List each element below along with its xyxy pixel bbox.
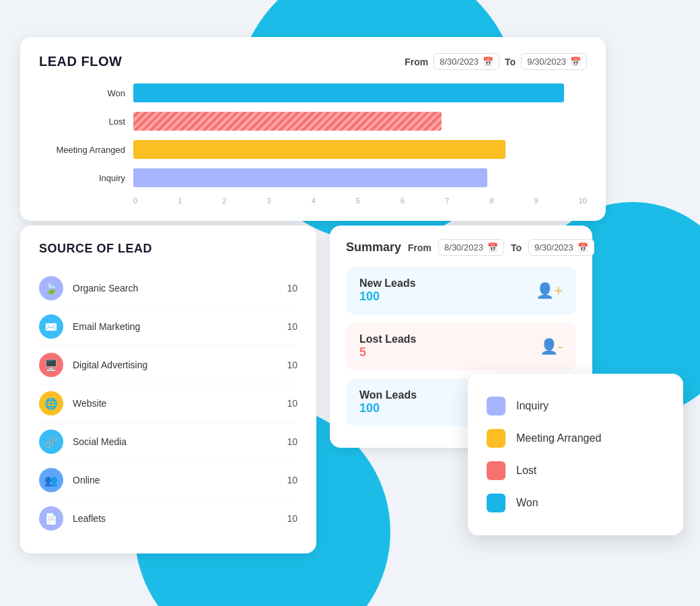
- bar-row-meeting: Meeting Arranged: [39, 140, 587, 159]
- lead-flow-date-range: From 8/30/2023 📅 To 9/30/2023 📅: [405, 53, 587, 70]
- summary-from-date[interactable]: 8/30/2023 📅: [438, 239, 504, 256]
- legend-card: Inquiry Meeting Arranged Lost Won: [468, 374, 683, 535]
- to-date-input[interactable]: 9/30/2023 📅: [521, 53, 587, 70]
- bar-chart: Won Lost Meeting Arranged Inquiry 0 1: [39, 83, 587, 205]
- bar-lost: [133, 112, 442, 131]
- list-item: ✉️ Email Marketing 10: [39, 308, 298, 346]
- digital-advertising-count: 10: [287, 360, 298, 370]
- list-item: 🖥️ Digital Advertising 10: [39, 346, 298, 384]
- axis-tick-8: 8: [489, 197, 493, 205]
- digital-advertising-label: Digital Advertising: [73, 360, 287, 370]
- website-label: Website: [73, 398, 287, 409]
- lost-legend-label: Lost: [516, 465, 536, 477]
- won-color-swatch: [487, 494, 505, 512]
- won-leads-label: Won Leads: [359, 389, 417, 401]
- axis-tick-10: 10: [579, 197, 587, 205]
- lost-leads-metric: Lost Leads 5 👤-: [346, 323, 576, 370]
- bar-inquiry: [133, 168, 487, 187]
- from-label: From: [405, 57, 428, 67]
- bar-row-lost: Lost: [39, 112, 587, 131]
- bar-container-inquiry: [133, 168, 587, 187]
- lost-leads-value: 5: [359, 345, 416, 360]
- list-item: 🌐 Website 10: [39, 384, 298, 423]
- list-item: 🔗 Social Media 10: [39, 423, 298, 461]
- to-date-value: 9/30/2023: [527, 57, 566, 67]
- digital-advertising-icon: 🖥️: [39, 353, 63, 377]
- social-media-count: 10: [287, 436, 298, 447]
- axis-tick-6: 6: [400, 197, 405, 205]
- axis-tick-7: 7: [445, 197, 449, 205]
- summary-title: Summary: [346, 240, 401, 255]
- axis-tick-3: 3: [267, 197, 271, 205]
- calendar-icon-from: 📅: [483, 57, 493, 67]
- chart-axis: 0 1 2 3 4 5 6 7 8 9 10: [39, 197, 587, 205]
- summary-from-label: From: [408, 242, 431, 253]
- online-label: Online: [73, 475, 287, 485]
- bar-label-lost: Lost: [39, 116, 133, 127]
- website-count: 10: [287, 398, 298, 409]
- summary-to-date-value: 9/30/2023: [534, 242, 573, 252]
- to-label: To: [505, 57, 516, 67]
- lead-flow-header: LEAD FLOW From 8/30/2023 📅 To 9/30/2023 …: [39, 53, 587, 70]
- online-icon: 👥: [39, 468, 63, 492]
- legend-inquiry: Inquiry: [487, 390, 664, 422]
- summary-calendar-to: 📅: [578, 242, 588, 252]
- summary-to-date[interactable]: 9/30/2023 📅: [528, 239, 594, 256]
- bar-container-won: [133, 83, 587, 102]
- won-leads-value: 100: [359, 401, 417, 415]
- source-of-lead-card: SOURCE OF LEAD 🍃 Organic Search 10 ✉️ Em…: [20, 226, 316, 553]
- leaflets-count: 10: [287, 513, 298, 524]
- bar-row-inquiry: Inquiry: [39, 168, 587, 187]
- social-media-label: Social Media: [73, 436, 287, 447]
- inquiry-color-swatch: [487, 397, 505, 415]
- axis-tick-4: 4: [312, 197, 316, 205]
- bar-container-meeting: [133, 140, 587, 159]
- bar-label-meeting: Meeting Arranged: [39, 145, 133, 155]
- summary-header: Summary From 8/30/2023 📅 To 9/30/2023 📅: [346, 239, 576, 256]
- list-item: 🍃 Organic Search 10: [39, 269, 298, 308]
- won-legend-label: Won: [516, 497, 538, 509]
- lost-leads-icon: 👤-: [540, 338, 563, 356]
- bar-label-inquiry: Inquiry: [39, 173, 133, 183]
- summary-calendar-from: 📅: [487, 242, 498, 252]
- lost-leads-label: Lost Leads: [359, 333, 416, 345]
- axis-tick-2: 2: [222, 197, 226, 205]
- list-item: 📄 Leaflets 10: [39, 500, 298, 537]
- lead-flow-title: LEAD FLOW: [39, 54, 122, 69]
- social-media-icon: 🔗: [39, 430, 63, 454]
- axis-tick-1: 1: [178, 197, 182, 205]
- legend-meeting: Meeting Arranged: [487, 422, 664, 454]
- website-icon: 🌐: [39, 391, 63, 415]
- email-marketing-count: 10: [287, 321, 298, 332]
- bar-row-won: Won: [39, 83, 587, 102]
- won-leads-info: Won Leads 100: [359, 389, 417, 415]
- email-marketing-label: Email Marketing: [73, 321, 287, 332]
- new-leads-info: New Leads 100: [359, 277, 416, 304]
- bar-label-won: Won: [39, 88, 133, 98]
- bar-meeting: [133, 140, 505, 159]
- legend-won: Won: [487, 487, 664, 519]
- bar-won: [133, 83, 564, 102]
- leaflets-icon: 📄: [39, 506, 63, 531]
- lost-leads-info: Lost Leads 5: [359, 333, 416, 360]
- list-item: 👥 Online 10: [39, 461, 298, 500]
- email-marketing-icon: ✉️: [39, 314, 63, 339]
- organic-search-count: 10: [287, 283, 298, 294]
- legend-lost: Lost: [487, 454, 664, 487]
- new-leads-value: 100: [359, 290, 416, 304]
- from-date-input[interactable]: 8/30/2023 📅: [433, 53, 499, 70]
- new-leads-icon: 👤+: [536, 282, 563, 300]
- bar-container-lost: [133, 112, 587, 131]
- meeting-color-swatch: [487, 429, 505, 448]
- from-date-value: 8/30/2023: [440, 57, 479, 67]
- organic-search-label: Organic Search: [73, 283, 287, 294]
- inquiry-legend-label: Inquiry: [516, 400, 549, 412]
- axis-tick-5: 5: [356, 197, 360, 205]
- lost-color-swatch: [487, 461, 505, 480]
- summary-from-date-value: 8/30/2023: [444, 242, 483, 252]
- source-title: SOURCE OF LEAD: [39, 242, 298, 256]
- leaflets-label: Leaflets: [73, 513, 287, 524]
- organic-search-icon: 🍃: [39, 276, 63, 300]
- summary-to-label: To: [511, 242, 522, 253]
- axis-tick-0: 0: [133, 197, 137, 205]
